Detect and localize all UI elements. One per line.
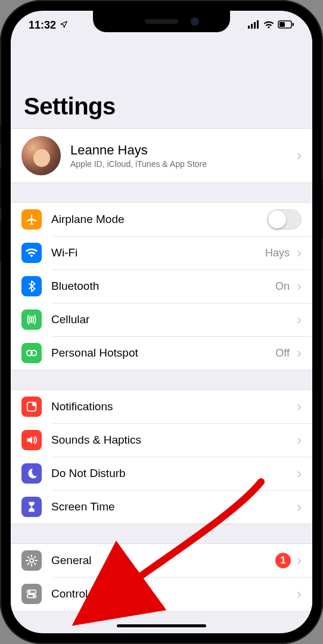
- chevron-right-icon: ›: [297, 246, 302, 260]
- row-detail: Off: [275, 347, 290, 360]
- account-group: Leanne Hays Apple ID, iCloud, iTunes & A…: [11, 128, 312, 182]
- svg-rect-5: [279, 22, 285, 27]
- svg-point-11: [30, 559, 33, 562]
- settings-row-wifi[interactable]: Wi-Fi Hays ›: [11, 236, 312, 270]
- chevron-right-icon: ›: [297, 400, 302, 414]
- screen: 11:32 Settings: [11, 11, 312, 633]
- bluetooth-icon: [21, 276, 42, 296]
- svg-rect-1: [251, 24, 253, 29]
- cellular-icon: [21, 309, 42, 330]
- svg-rect-3: [257, 20, 259, 29]
- svg-point-15: [33, 595, 35, 597]
- account-name: Leanne Hays: [70, 143, 294, 158]
- row-label: Notifications: [51, 400, 294, 413]
- notification-badge: 1: [275, 553, 291, 568]
- settings-row-screentime[interactable]: Screen Time ›: [11, 490, 312, 524]
- group-separator: [11, 524, 312, 544]
- switches-icon: [21, 584, 42, 604]
- settings-row-sounds[interactable]: Sounds & Haptics ›: [11, 423, 312, 457]
- chevron-right-icon: ›: [297, 279, 302, 293]
- alerts-group: Notifications › Sounds & Haptics › Do No…: [11, 390, 312, 524]
- airplane-toggle[interactable]: [267, 209, 302, 230]
- settings-row-airplane[interactable]: Airplane Mode: [11, 203, 312, 236]
- moon-icon: [21, 463, 42, 484]
- notifications-icon: [21, 397, 42, 417]
- wifi-icon: [21, 243, 42, 263]
- row-label: Airplane Mode: [51, 213, 267, 226]
- sounds-icon: [21, 430, 42, 450]
- chevron-right-icon: ›: [297, 466, 302, 481]
- row-label: Do Not Disturb: [51, 467, 294, 480]
- chevron-right-icon: ›: [297, 312, 302, 327]
- svg-rect-0: [248, 26, 250, 29]
- connectivity-group: Airplane Mode Wi-Fi Hays › Bluetooth On …: [11, 203, 312, 370]
- group-separator: [11, 370, 312, 390]
- svg-point-10: [32, 402, 36, 406]
- volume-up-button: [0, 167, 1, 209]
- settings-row-bluetooth[interactable]: Bluetooth On ›: [11, 270, 312, 303]
- cellular-signal-icon: [248, 19, 260, 32]
- chevron-right-icon: ›: [297, 500, 302, 514]
- row-label: Screen Time: [51, 500, 294, 513]
- row-label: General: [51, 554, 275, 567]
- chevron-right-icon: ›: [297, 346, 302, 360]
- svg-rect-2: [254, 22, 256, 29]
- chevron-right-icon: ›: [297, 148, 302, 163]
- row-label: Wi-Fi: [51, 246, 265, 259]
- settings-row-cellular[interactable]: Cellular ›: [11, 303, 312, 336]
- settings-row-notifications[interactable]: Notifications ›: [11, 390, 312, 423]
- general-group: General 1 › Control Center ›: [11, 544, 312, 611]
- row-detail: Hays: [265, 247, 290, 259]
- account-subtitle: Apple ID, iCloud, iTunes & App Store: [70, 159, 294, 169]
- clock: 11:32: [29, 19, 56, 32]
- settings-row-dnd[interactable]: Do Not Disturb ›: [11, 457, 312, 490]
- row-label: Cellular: [51, 313, 294, 326]
- chevron-right-icon: ›: [297, 553, 302, 568]
- page-title: Settings: [24, 93, 299, 120]
- svg-point-13: [29, 591, 31, 593]
- avatar: [21, 136, 61, 175]
- chevron-right-icon: ›: [297, 587, 302, 601]
- notch: [93, 11, 230, 32]
- settings-row-control-center[interactable]: Control Center ›: [11, 577, 312, 611]
- row-label: Bluetooth: [51, 280, 275, 293]
- svg-rect-6: [293, 23, 294, 26]
- wifi-icon: [263, 19, 274, 32]
- battery-icon: [278, 19, 294, 32]
- row-detail: On: [275, 280, 290, 293]
- settings-row-hotspot[interactable]: Personal Hotspot Off ›: [11, 336, 312, 370]
- row-label: Control Center: [51, 587, 294, 600]
- phone-frame: 11:32 Settings: [0, 0, 323, 644]
- home-indicator[interactable]: [117, 624, 206, 627]
- location-icon: [60, 19, 68, 32]
- settings-row-general[interactable]: General 1 ›: [11, 544, 312, 577]
- airplane-icon: [21, 209, 42, 230]
- page-header: Settings: [11, 39, 312, 128]
- hotspot-icon: [21, 343, 42, 363]
- account-row[interactable]: Leanne Hays Apple ID, iCloud, iTunes & A…: [11, 129, 312, 182]
- hourglass-icon: [21, 497, 42, 517]
- row-label: Sounds & Haptics: [51, 434, 294, 447]
- gear-icon: [21, 550, 42, 571]
- volume-down-button: [0, 221, 1, 262]
- row-label: Personal Hotspot: [51, 346, 275, 360]
- chevron-right-icon: ›: [297, 433, 302, 447]
- side-button: [0, 125, 1, 145]
- group-separator: [11, 182, 312, 203]
